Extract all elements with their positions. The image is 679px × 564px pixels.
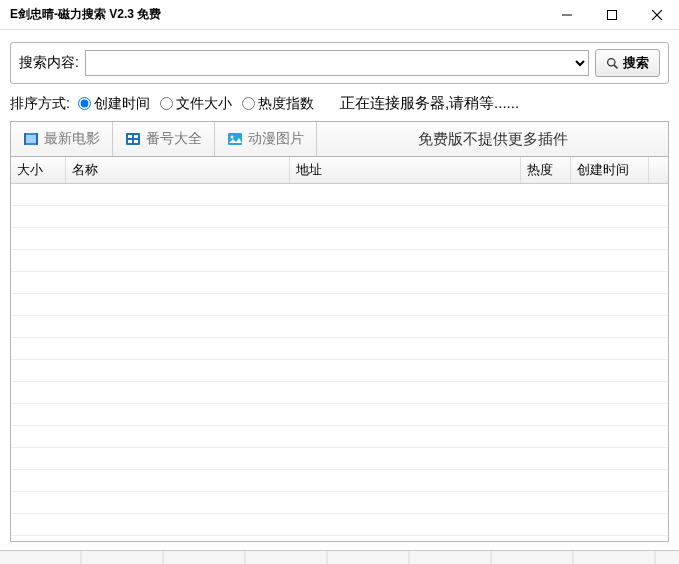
results-table: 大小 名称 地址 热度 创建时间 xyxy=(10,156,669,542)
tool-catalog[interactable]: 番号大全 xyxy=(113,122,215,156)
col-address[interactable]: 地址 xyxy=(290,157,521,183)
sort-option-heat[interactable]: 热度指数 xyxy=(242,95,314,113)
svg-rect-14 xyxy=(134,140,138,143)
toolbar: 最新电影 番号大全 动漫图片 免费版不提供更多插件 xyxy=(10,121,669,156)
table-row xyxy=(11,206,668,228)
table-row xyxy=(11,294,668,316)
window-title: E剑忠晴-磁力搜索 V2.3 免费 xyxy=(10,6,161,23)
status-bar xyxy=(0,550,679,564)
sort-radio-size[interactable] xyxy=(160,97,173,110)
col-size[interactable]: 大小 xyxy=(11,157,66,183)
svg-point-4 xyxy=(608,58,615,65)
search-input[interactable] xyxy=(85,50,589,76)
table-row xyxy=(11,514,668,536)
svg-rect-7 xyxy=(26,135,36,143)
table-row xyxy=(11,470,668,492)
sort-radio-created[interactable] xyxy=(78,97,91,110)
table-row xyxy=(11,184,668,206)
minimize-button[interactable] xyxy=(544,0,589,30)
search-button-label: 搜索 xyxy=(623,54,649,72)
sort-row: 排序方式: 创建时间 文件大小 热度指数 正在连接服务器,请稍等...... xyxy=(10,94,669,113)
window-controls xyxy=(544,0,679,30)
image-icon xyxy=(227,131,243,147)
catalog-icon xyxy=(125,131,141,147)
sort-label: 排序方式: xyxy=(10,95,70,113)
svg-rect-1 xyxy=(607,10,616,19)
svg-rect-9 xyxy=(36,133,38,145)
sort-radio-heat[interactable] xyxy=(242,97,255,110)
svg-point-16 xyxy=(231,136,234,139)
table-row xyxy=(11,360,668,382)
close-button[interactable] xyxy=(634,0,679,30)
svg-rect-12 xyxy=(134,135,138,138)
maximize-button[interactable] xyxy=(589,0,634,30)
table-row xyxy=(11,316,668,338)
table-header: 大小 名称 地址 热度 创建时间 xyxy=(11,157,668,184)
tool-anime-images[interactable]: 动漫图片 xyxy=(215,122,317,156)
search-button[interactable]: 搜索 xyxy=(595,49,660,77)
sort-option-created[interactable]: 创建时间 xyxy=(78,95,150,113)
table-row xyxy=(11,448,668,470)
col-name[interactable]: 名称 xyxy=(66,157,290,183)
table-row xyxy=(11,272,668,294)
col-heat[interactable]: 热度 xyxy=(521,157,571,183)
search-bar: 搜索内容: 搜索 xyxy=(10,42,669,84)
table-row xyxy=(11,404,668,426)
col-created[interactable]: 创建时间 xyxy=(571,157,649,183)
status-text: 正在连接服务器,请稍等...... xyxy=(340,94,519,113)
table-row xyxy=(11,338,668,360)
sort-option-size[interactable]: 文件大小 xyxy=(160,95,232,113)
svg-rect-13 xyxy=(128,140,132,143)
svg-rect-8 xyxy=(24,133,26,145)
svg-rect-15 xyxy=(228,133,242,145)
svg-line-5 xyxy=(614,65,617,68)
table-row xyxy=(11,492,668,514)
search-label: 搜索内容: xyxy=(19,54,79,72)
titlebar: E剑忠晴-磁力搜索 V2.3 免费 xyxy=(0,0,679,30)
table-body[interactable] xyxy=(11,184,668,541)
svg-rect-10 xyxy=(126,133,140,145)
table-row xyxy=(11,426,668,448)
col-gap xyxy=(649,157,668,183)
toolbar-banner: 免费版不提供更多插件 xyxy=(317,122,668,156)
tool-latest-movies[interactable]: 最新电影 xyxy=(11,122,113,156)
table-row xyxy=(11,382,668,404)
table-row xyxy=(11,228,668,250)
table-row xyxy=(11,250,668,272)
sort-radio-group: 创建时间 文件大小 热度指数 xyxy=(78,95,314,113)
search-icon xyxy=(606,57,619,70)
svg-rect-11 xyxy=(128,135,132,138)
film-icon xyxy=(23,131,39,147)
